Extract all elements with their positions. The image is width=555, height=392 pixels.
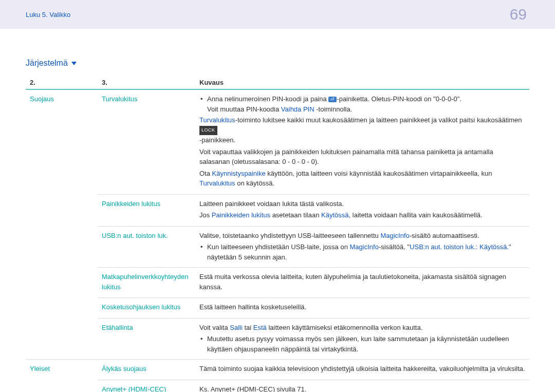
page-number: 69 xyxy=(510,6,527,23)
link-text[interactable]: Käynnistyspainike xyxy=(212,170,266,177)
text: Estä muita verkossa olevia laitteita, ku… xyxy=(199,272,525,292)
description-cell: Voit valita Salli tai Estä laitteen käyt… xyxy=(195,318,529,360)
text: tai xyxy=(243,324,253,331)
text: laitteen käyttämiseksi etäkomennoilla ve… xyxy=(267,324,423,331)
category-cell: Yleiset xyxy=(26,360,98,380)
text: -toiminnolla. xyxy=(314,105,353,113)
text: asetetaan tilaan xyxy=(270,211,321,219)
link-text[interactable]: USB:n aut. toiston luk. xyxy=(410,243,476,251)
triangle-down-icon xyxy=(71,62,77,65)
link-text[interactable]: Estä xyxy=(253,324,267,331)
link-text[interactable]: Käytössä xyxy=(321,211,348,219)
text: -toiminto lukitsee kaikki muut kaukosäät… xyxy=(235,116,522,124)
table-header-col1: 2. xyxy=(26,76,98,89)
table-row: USB:n aut. toiston luk. Valitse, toistet… xyxy=(26,226,529,268)
text: -painikkeen. xyxy=(199,136,235,144)
subcategory-cell: Painikkeiden lukitus xyxy=(98,194,195,226)
text: Estä laitteen hallinta kosketuseleillä. xyxy=(199,302,525,312)
text: Voit muuttaa PIN-koodia xyxy=(207,105,281,113)
subcategory-cell: Älykäs suojaus xyxy=(98,360,195,380)
enter-icon: ⏎ xyxy=(328,97,337,102)
text: Anna nelinumeroinen PIN-koodi ja paina xyxy=(207,95,328,103)
description-cell: Anna nelinumeroinen PIN-koodi ja paina ⏎… xyxy=(195,89,529,194)
text: Ks. Anynet+ (HDMI-CEC) sivulla 71. xyxy=(199,384,525,393)
subcategory-cell: Turvalukitus xyxy=(98,89,195,194)
text: -sisältö automaattisesti. xyxy=(410,232,479,239)
link-text[interactable]: Käytössä. xyxy=(479,243,509,251)
table-row: Yleiset Älykäs suojaus Tämä toiminto suo… xyxy=(26,360,529,380)
page-header: Luku 5. Valikko 69 xyxy=(0,0,555,29)
section-title-text: Järjestelmä xyxy=(26,59,68,68)
link-text[interactable]: Salli xyxy=(230,324,243,331)
table-row: Etähallinta Voit valita Salli tai Estä l… xyxy=(26,318,529,360)
description-cell: Estä muita verkossa olevia laitteita, ku… xyxy=(195,268,529,298)
description-cell: Ks. Anynet+ (HDMI-CEC) sivulla 71. xyxy=(195,380,529,392)
link-text[interactable]: Turvalukitus xyxy=(199,179,235,187)
subcategory-cell: USB:n aut. toiston luk. xyxy=(98,226,195,268)
text: -painiketta. Oletus-PIN-koodi on "0-0-0-… xyxy=(337,95,461,103)
description-cell: Estä laitteen hallinta kosketuseleillä. xyxy=(195,298,529,319)
description-cell: Valitse, toistetaanko yhdistettyyn USB-l… xyxy=(195,226,529,268)
text: Valitse, toistetaanko yhdistettyyn USB-l… xyxy=(199,232,380,239)
text: Voit vapauttaa valikkojen ja painikkeide… xyxy=(199,147,525,167)
table-row: Matkapuhelinverkkoyhteyden lukitus Estä … xyxy=(26,268,529,298)
description-cell: Laitteen painikkeet voidaan lukita tästä… xyxy=(195,194,529,226)
text: Voit valita xyxy=(199,324,230,331)
text: Laitteen painikkeet voidaan lukita tästä… xyxy=(199,199,525,209)
table-row: Suojaus Turvalukitus Anna nelinumeroinen… xyxy=(26,89,529,194)
breadcrumb[interactable]: Luku 5. Valikko xyxy=(26,11,70,18)
settings-table: 2. 3. Kuvaus Suojaus Turvalukitus Anna n… xyxy=(26,76,529,392)
text: käyttöön, jotta laitteen voisi käynnistä… xyxy=(266,170,492,177)
category-cell: Suojaus xyxy=(26,89,98,194)
subcategory-cell: Anynet+ (HDMI-CEC) xyxy=(98,380,195,392)
link-text[interactable]: Vaihda PIN xyxy=(281,105,314,113)
text: -sisältöä, " xyxy=(379,243,410,251)
link-text[interactable]: MagicInfo xyxy=(350,243,379,251)
table-header-col3: Kuvaus xyxy=(195,76,529,89)
page-content: Järjestelmä 2. 3. Kuvaus Suojaus Turvalu… xyxy=(0,29,555,392)
link-text[interactable]: Turvalukitus xyxy=(199,116,235,124)
section-title: Järjestelmä xyxy=(26,59,529,68)
lock-badge: LOCK xyxy=(199,126,217,135)
subcategory-cell: Etähallinta xyxy=(98,318,195,360)
link-text[interactable]: Painikkeiden lukitus xyxy=(212,211,270,219)
table-row: Anynet+ (HDMI-CEC) Ks. Anynet+ (HDMI-CEC… xyxy=(26,380,529,392)
text: on käytössä. xyxy=(235,179,275,187)
text: Tämä toiminto suojaa kaikkia televisioon… xyxy=(199,364,525,374)
text: , laitetta voidaan hallita vain kaukosää… xyxy=(349,211,483,219)
subcategory-cell: Kosketusohjauksen lukitus xyxy=(98,298,195,319)
text: Jos xyxy=(199,211,212,219)
text: Kun laitteeseen yhdistetään USB-laite, j… xyxy=(207,243,350,251)
description-cell: Tämä toiminto suojaa kaikkia televisioon… xyxy=(195,360,529,380)
subcategory-cell: Matkapuhelinverkkoyhteyden lukitus xyxy=(98,268,195,298)
link-text[interactable]: MagicInfo xyxy=(380,232,409,239)
table-header-col2: 3. xyxy=(98,76,195,89)
text: Ota xyxy=(199,170,212,177)
text: : xyxy=(476,243,479,251)
table-row: Kosketusohjauksen lukitus Estä laitteen … xyxy=(26,298,529,319)
list-item: Muutettu asetus pysyy voimassa myös sen … xyxy=(199,334,525,354)
list-item: Anna nelinumeroinen PIN-koodi ja paina ⏎… xyxy=(199,94,525,114)
list-item: Kun laitteeseen yhdistetään USB-laite, j… xyxy=(199,242,525,262)
table-row: Painikkeiden lukitus Laitteen painikkeet… xyxy=(26,194,529,226)
